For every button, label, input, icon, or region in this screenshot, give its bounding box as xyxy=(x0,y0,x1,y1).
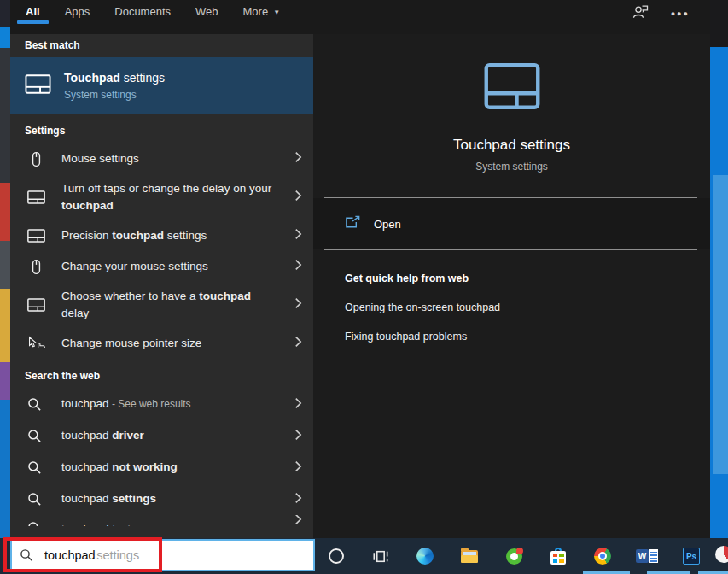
search-autocomplete-text: settings xyxy=(96,548,139,562)
photoshop-taskbar-icon[interactable]: Ps xyxy=(669,538,713,574)
desktop-strip-segment xyxy=(0,289,10,362)
best-match-row[interactable]: Touchpad settings System settings xyxy=(10,57,313,114)
word-taskbar-icon[interactable]: W xyxy=(625,538,669,574)
launch-icon xyxy=(345,215,361,232)
search-icon xyxy=(27,460,50,475)
web-result-row-0[interactable]: touchpad - See web results xyxy=(10,389,313,420)
explorer-taskbar-icon[interactable] xyxy=(447,538,492,574)
store-taskbar-icon[interactable] xyxy=(536,538,580,574)
mouse-icon xyxy=(27,151,50,167)
tab-label: All xyxy=(26,5,40,18)
divider xyxy=(324,249,697,250)
preview-panel: Touchpad settings System settings Open G… xyxy=(313,34,710,538)
settings-result-row-4[interactable]: Choose whether to have a touchpad delay xyxy=(10,282,313,328)
feedback-user-icon[interactable] xyxy=(632,4,649,23)
desktop-strip-segment xyxy=(0,241,10,289)
tab-apps[interactable]: Apps xyxy=(65,5,90,28)
preview-title: Touchpad settings xyxy=(313,137,710,154)
best-match-header: Best match xyxy=(25,39,313,51)
chevron-right-icon[interactable] xyxy=(294,297,302,313)
background-window-edge xyxy=(710,0,728,47)
result-label: Turn off taps or change the delay on you… xyxy=(61,180,282,215)
desktop-strip-segment xyxy=(0,362,10,400)
chevron-right-icon[interactable] xyxy=(294,515,302,526)
mouse-icon xyxy=(27,259,50,275)
cortana-taskbar-icon[interactable] xyxy=(314,538,358,574)
chevron-right-icon[interactable] xyxy=(294,396,302,413)
desktop-edge-right xyxy=(710,0,728,538)
tab-label: More xyxy=(243,5,269,18)
running-indicator xyxy=(583,571,630,574)
selected-tab-underline xyxy=(17,20,49,24)
ellipsis-menu-icon[interactable]: ●●● xyxy=(671,9,690,18)
help-link-fixing-problems[interactable]: Fixing touchpad problems xyxy=(345,331,710,343)
chevron-right-icon[interactable] xyxy=(294,460,302,476)
result-label: Choose whether to have a touchpad delay xyxy=(61,288,282,323)
chevron-right-icon[interactable] xyxy=(294,151,302,167)
tab-label: Apps xyxy=(65,5,90,18)
search-icon xyxy=(27,397,50,412)
tab-label: Web xyxy=(195,5,218,18)
quick-help-section: Get quick help from web Opening the on-s… xyxy=(313,272,710,343)
touchpad-icon xyxy=(27,229,50,243)
touchpad-icon-large xyxy=(484,62,540,114)
chevron-right-icon[interactable] xyxy=(294,228,302,244)
green-browser-taskbar-icon[interactable] xyxy=(492,538,536,574)
desktop-strip-segment xyxy=(0,400,10,538)
wallpaper-logo-panel xyxy=(713,175,728,474)
result-label: touchpad - See web results xyxy=(61,395,191,413)
open-action[interactable]: Open xyxy=(313,198,710,249)
result-label: Mouse settings xyxy=(61,150,139,167)
web-result-row-4[interactable]: touchpad test xyxy=(10,515,313,526)
tabbar-right-icons: ●●● xyxy=(632,4,690,23)
search-query-text: touchpad xyxy=(44,548,96,562)
result-label: touchpad driver xyxy=(61,427,144,444)
help-link-onscreen-touchpad[interactable]: Opening the on-screen touchpad xyxy=(345,302,710,313)
web-results-list: touchpad - See web resultstouchpad drive… xyxy=(10,389,313,526)
chevron-right-icon[interactable] xyxy=(294,190,302,206)
taskbar-icons: WPs xyxy=(314,538,713,574)
desktop-edge-left xyxy=(0,0,10,538)
taskview-taskbar-icon[interactable] xyxy=(358,538,403,574)
tab-web[interactable]: Web xyxy=(195,5,218,28)
result-label: Precision touchpad settings xyxy=(61,227,207,244)
edge-taskbar-icon[interactable] xyxy=(403,538,447,574)
chrome-taskbar-icon[interactable] xyxy=(580,538,625,574)
settings-result-row-0[interactable]: Mouse settings xyxy=(10,144,313,174)
desktop-strip-segment xyxy=(0,48,10,183)
tab-documents[interactable]: Documents xyxy=(114,5,171,28)
web-result-row-3[interactable]: touchpad settings xyxy=(10,483,313,515)
quick-help-header: Get quick help from web xyxy=(345,272,710,284)
settings-result-row-1[interactable]: Turn off taps or change the delay on you… xyxy=(10,174,313,220)
chevron-right-icon[interactable] xyxy=(294,336,302,352)
chevron-right-icon[interactable] xyxy=(294,428,302,444)
taskbar-partial-icon[interactable] xyxy=(715,546,728,563)
tab-all[interactable]: All xyxy=(26,5,40,28)
chevron-right-icon[interactable] xyxy=(294,259,302,275)
pointer-icon xyxy=(27,336,50,351)
chevron-down-icon: ▼ xyxy=(273,9,280,16)
wallpaper xyxy=(710,47,728,538)
screen: AllAppsDocumentsWebMore▼ ●●● Best match xyxy=(0,0,728,574)
result-label: touchpad test xyxy=(61,521,131,526)
result-label: touchpad not working xyxy=(61,459,178,476)
web-result-row-2[interactable]: touchpad not working xyxy=(10,452,313,483)
desktop-strip-segment xyxy=(0,0,10,27)
tab-more[interactable]: More▼ xyxy=(243,5,281,28)
desktop-strip-segment xyxy=(0,27,10,48)
web-result-row-1[interactable]: touchpad driver xyxy=(10,420,313,452)
settings-result-row-5[interactable]: Change mouse pointer size xyxy=(10,328,313,359)
search-icon xyxy=(27,492,50,507)
running-indicator xyxy=(647,571,690,574)
search-icon xyxy=(20,548,33,562)
result-label: touchpad settings xyxy=(61,490,156,507)
search-icon xyxy=(27,521,50,526)
chevron-right-icon[interactable] xyxy=(294,491,302,507)
settings-result-row-3[interactable]: Change your mouse settings xyxy=(10,251,313,282)
search-icon xyxy=(27,429,50,443)
preview-subtitle: System settings xyxy=(313,161,710,173)
touchpad-icon xyxy=(27,298,50,312)
web-section-header: Search the web xyxy=(25,370,313,382)
settings-result-row-2[interactable]: Precision touchpad settings xyxy=(10,220,313,251)
taskbar-search-input[interactable]: touchpadsettings xyxy=(10,539,315,571)
